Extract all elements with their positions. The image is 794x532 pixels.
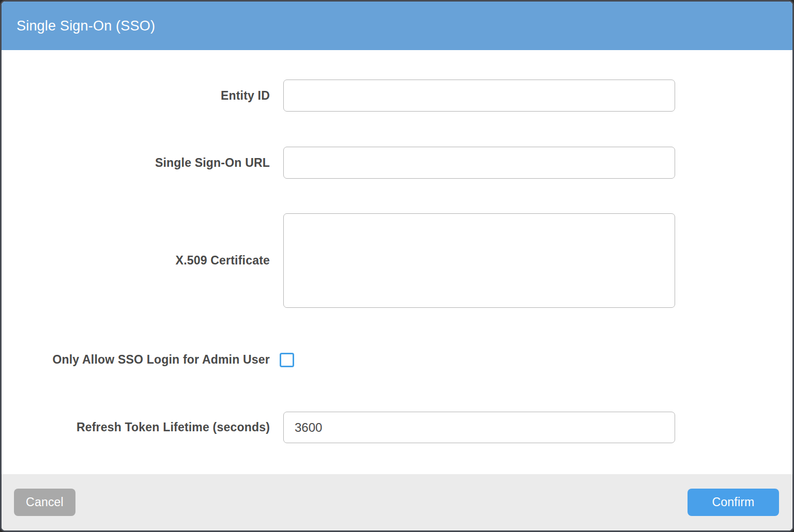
entity-id-row: Entity ID	[2, 80, 792, 112]
sso-url-input[interactable]	[283, 147, 675, 179]
sso-url-row: Single Sign-On URL	[2, 147, 792, 179]
refresh-token-lifetime-label: Refresh Token Lifetime (seconds)	[2, 420, 270, 434]
sso-url-label: Single Sign-On URL	[2, 156, 270, 170]
refresh-token-lifetime-row: Refresh Token Lifetime (seconds)	[2, 412, 792, 443]
sso-dialog: Single Sign-On (SSO) Entity ID Single Si…	[0, 0, 794, 532]
entity-id-input[interactable]	[283, 80, 675, 112]
sso-admin-only-checkbox[interactable]	[280, 353, 294, 367]
x509-certificate-label: X.509 Certificate	[2, 254, 270, 268]
x509-certificate-row: X.509 Certificate	[2, 213, 792, 308]
sso-url-field-wrap	[283, 147, 675, 179]
refresh-token-lifetime-field-wrap	[283, 412, 675, 443]
entity-id-field-wrap	[283, 80, 675, 112]
refresh-token-lifetime-input[interactable]	[283, 412, 675, 443]
x509-certificate-field-wrap	[283, 213, 675, 308]
dialog-footer: Cancel Confirm	[2, 474, 792, 530]
sso-admin-only-label: Only Allow SSO Login for Admin User	[2, 353, 270, 367]
cancel-button[interactable]: Cancel	[14, 489, 75, 516]
sso-admin-only-row: Only Allow SSO Login for Admin User	[2, 352, 792, 367]
entity-id-label: Entity ID	[2, 89, 270, 103]
x509-certificate-textarea[interactable]	[283, 213, 675, 308]
dialog-header: Single Sign-On (SSO)	[2, 2, 792, 50]
dialog-title: Single Sign-On (SSO)	[17, 18, 155, 34]
confirm-button[interactable]: Confirm	[688, 489, 779, 516]
dialog-body: Entity ID Single Sign-On URL X.509 Certi…	[2, 50, 792, 474]
